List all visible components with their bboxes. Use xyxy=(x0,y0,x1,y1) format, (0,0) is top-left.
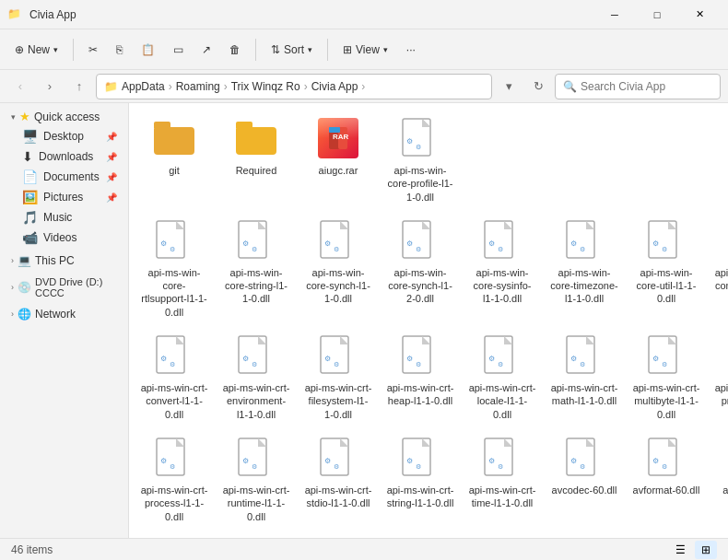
svg-text:⚙: ⚙ xyxy=(580,361,585,368)
list-item[interactable]: ⚙⚙ api-ms-win-crt-convert-l1-1-0.dll xyxy=(136,328,212,426)
list-item[interactable]: git xyxy=(136,111,212,209)
addressbar: ‹ › ↑ 📁 AppData › Roaming › Trix Winqz R… xyxy=(0,70,728,103)
svg-text:⚙: ⚙ xyxy=(662,246,667,252)
folder-icon xyxy=(236,122,276,155)
file-name: api-ms-win-core-synch-l1-1-0.dll xyxy=(304,266,372,306)
svg-text:⚙: ⚙ xyxy=(242,239,249,248)
new-button[interactable]: ⊕ New ▾ xyxy=(7,40,65,60)
grid-view-button[interactable]: ⊞ xyxy=(695,541,717,559)
sidebar-item-pictures[interactable]: 🖼️ Pictures 📌 xyxy=(11,187,124,207)
up-button[interactable]: ↑ xyxy=(66,74,92,99)
rename-button[interactable]: ▭ xyxy=(166,40,191,60)
svg-text:⚙: ⚙ xyxy=(498,246,503,252)
svg-text:⚙: ⚙ xyxy=(416,144,421,150)
list-item[interactable]: ⚙⚙ api-ms-win-crt-time-l1-1-0.dll xyxy=(464,430,540,529)
list-item[interactable]: ⚙⚙ api-ms-win-crt-math-l1-1-0.dll xyxy=(546,328,622,426)
pin-icon: 📌 xyxy=(106,152,117,162)
sidebar-item-downloads[interactable]: ⬇ Downloads 📌 xyxy=(11,146,124,167)
quick-access-items: 🖥️ Desktop 📌 ⬇ Downloads 📌 📄 Documents 📌… xyxy=(0,126,128,248)
forward-button[interactable]: › xyxy=(37,74,63,99)
sidebar-item-music[interactable]: 🎵 Music xyxy=(11,207,124,228)
cut-button[interactable]: ✂ xyxy=(81,40,105,60)
address-dropdown-button[interactable]: ▾ xyxy=(496,74,522,99)
list-item[interactable]: ⚙⚙ api-ms-win-crt-private-l1-1-0.dll xyxy=(710,328,728,426)
network-header[interactable]: › 🌐 Network xyxy=(4,305,124,323)
dvd-label: DVD Drive (D:) CCCC xyxy=(35,276,117,298)
address-box[interactable]: 📁 AppData › Roaming › Trix Winqz Ro › Ci… xyxy=(96,74,492,99)
list-item[interactable]: ⚙⚙ api-ms-win-crt-string-l1-1-0.dll xyxy=(382,430,458,529)
refresh-button[interactable]: ↻ xyxy=(525,74,551,99)
copy-button[interactable]: ⎘ xyxy=(109,40,130,60)
sidebar-item-documents[interactable]: 📄 Documents 📌 xyxy=(11,167,124,187)
quick-access-header[interactable]: ▾ ★ Quick access xyxy=(4,107,124,126)
svg-text:⚙: ⚙ xyxy=(498,463,503,470)
list-item[interactable]: ⚙⚙ api-ms-win-core-timezone-l1-1-0.dll xyxy=(546,213,622,324)
file-name: api-ms-win-crt-convert-l1-1-0.dll xyxy=(140,381,208,421)
svg-text:RAR: RAR xyxy=(333,133,349,141)
list-item[interactable]: ⚙⚙ api-ms-win-core-synch-l1-2-0.dll xyxy=(382,213,458,324)
list-item[interactable]: ⚙⚙ api-ms-win-core-sysinfo-l1-1-0.dl​l xyxy=(464,213,540,324)
file-name: api-ms-win-core-synch-l1-2-0.dll xyxy=(386,266,454,306)
sort-chevron-icon: ▾ xyxy=(308,45,312,54)
downloads-icon: ⬇ xyxy=(22,149,33,164)
list-item[interactable]: RAR aiugc.rar xyxy=(300,111,376,209)
list-item[interactable]: ⚙⚙ api-ms-win-core-util-l1-1-0.dll xyxy=(628,213,704,324)
this-pc-header[interactable]: › 💻 This PC xyxy=(4,251,124,270)
svg-text:⚙: ⚙ xyxy=(652,457,659,465)
sidebar-item-videos[interactable]: 📹 Videos xyxy=(11,228,124,248)
dvd-header[interactable]: › 💿 DVD Drive (D:) CCCC xyxy=(4,274,124,301)
share-button[interactable]: ↗ xyxy=(194,40,218,60)
list-item[interactable]: ⚙⚙ api-ms-win-crt-conio-l1-1-0.dll xyxy=(710,213,728,324)
folder-icon-container xyxy=(152,116,196,160)
svg-text:⚙: ⚙ xyxy=(252,246,257,252)
sort-button[interactable]: ⇅ Sort ▾ xyxy=(264,40,320,60)
star-icon: ★ xyxy=(19,110,30,123)
back-button[interactable]: ‹ xyxy=(7,74,33,99)
svg-text:⚙: ⚙ xyxy=(324,355,331,363)
list-item[interactable]: ⚙⚙ api-ms-win-crt-locale-l1-1-0.dll xyxy=(464,328,540,426)
window-title: Civia App xyxy=(29,8,593,21)
minimize-button[interactable]: ─ xyxy=(593,0,636,29)
list-item[interactable]: ⚙⚙ api-ms-win-core-rtlsupport-l1-1-0.dll xyxy=(136,213,212,324)
close-button[interactable]: ✕ xyxy=(678,0,721,29)
list-item[interactable]: ⚙⚙ api-ms-win-crt-runtime-l1-1-0.dll xyxy=(218,430,294,529)
folder-icon: 📁 xyxy=(104,80,118,93)
list-item[interactable]: ⚙⚙ api-ms-win-crt-environment-l1-1-0.dll xyxy=(218,328,294,426)
list-item[interactable]: ⚙⚙ avformat-60.dll xyxy=(628,430,704,529)
svg-text:⚙: ⚙ xyxy=(416,246,421,252)
svg-text:⚙: ⚙ xyxy=(324,457,331,465)
list-item[interactable]: ⚙⚙ api-ms-win-core-string-l1-1-0.dll xyxy=(218,213,294,324)
list-item[interactable]: ⚙⚙ avutil-58.dll xyxy=(710,430,728,529)
list-item[interactable]: ⚙ ⚙ api-ms-win-core-profile-l1-1-0.dl​l xyxy=(382,111,458,209)
more-button[interactable]: ··· xyxy=(399,40,423,60)
svg-text:⚙: ⚙ xyxy=(488,355,495,363)
this-pc-chevron-icon: › xyxy=(11,256,14,265)
view-button[interactable]: ⊞ View ▾ xyxy=(335,40,395,60)
paste-button[interactable]: 📋 xyxy=(134,40,162,60)
list-item[interactable]: ⚙⚙ api-ms-win-crt-multibyte-l1-1-0.dll xyxy=(628,328,704,426)
file-name: api-ms-win-crt-private-l1-1-0.dll xyxy=(714,381,728,421)
list-item[interactable]: ⚙⚙ api-ms-win-crt-stdio-l1-1-0.dll xyxy=(300,430,376,529)
file-name: Required xyxy=(236,164,277,177)
list-item[interactable]: ⚙⚙ avcodec-60.dll xyxy=(546,430,622,529)
new-chevron-icon: ▾ xyxy=(53,45,58,54)
this-pc-section: › 💻 This PC xyxy=(0,251,128,270)
new-icon: ⊕ xyxy=(15,43,24,56)
svg-text:⚙: ⚙ xyxy=(662,463,667,470)
list-item[interactable]: ⚙⚙ api-ms-win-crt-filesystem-l1-1-0.dll xyxy=(300,328,376,426)
list-item[interactable]: ⚙⚙ api-ms-win-core-synch-l1-1-0.dll xyxy=(300,213,376,324)
search-box[interactable]: 🔍 xyxy=(555,74,721,99)
titlebar: 📁 Civia App ─ □ ✕ xyxy=(0,0,728,29)
file-name: api-ms-win-crt-process-l1-1-0.dll xyxy=(140,484,208,523)
list-item[interactable]: ⚙⚙ api-ms-win-crt-heap-l1-1-0.dll xyxy=(382,328,458,426)
file-name: api-ms-win-crt-math-l1-1-0.dll xyxy=(550,381,618,408)
list-item[interactable]: ⚙⚙ api-ms-win-crt-process-l1-1-0.dll xyxy=(136,430,212,529)
list-item[interactable]: Required xyxy=(218,111,294,209)
search-input[interactable] xyxy=(581,80,712,93)
file-name: api-ms-win-crt-time-l1-1-0.dll xyxy=(468,484,536,510)
maximize-button[interactable]: □ xyxy=(636,0,678,29)
list-view-button[interactable]: ☰ xyxy=(669,541,691,559)
sidebar-item-desktop[interactable]: 🖥️ Desktop 📌 xyxy=(11,126,124,146)
delete-button[interactable]: 🗑 xyxy=(222,40,248,60)
pin-icon: 📌 xyxy=(106,192,117,203)
